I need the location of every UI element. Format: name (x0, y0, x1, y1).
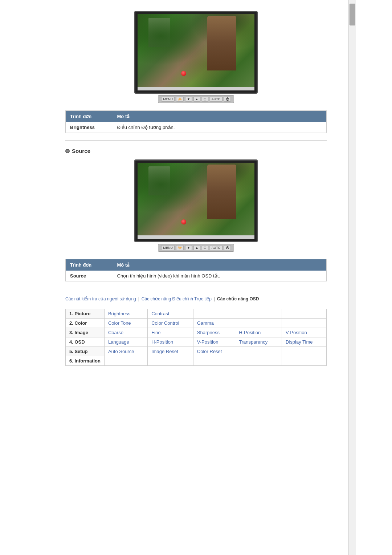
osd-row-4-number: 4. OSD (66, 337, 105, 347)
breadcrumb-link-2[interactable]: Các chức năng Điều chỉnh Trực tiếp (142, 296, 212, 301)
source-button-2[interactable]: ⊡ (202, 245, 208, 250)
balloon-red-2 (181, 219, 186, 224)
osd-row-1-col1[interactable]: Brightness (104, 309, 147, 319)
source-icon (65, 149, 70, 153)
monitor-frame-2 (134, 159, 258, 242)
osd-row-3-number: 3. Image (66, 328, 105, 337)
osd-row-3-col4[interactable]: H-Position (235, 328, 282, 337)
monitor-screen-1 (138, 14, 254, 87)
down-button-2[interactable]: ▼ (185, 245, 192, 250)
monitor-bottom-bar-2 (138, 235, 254, 239)
monitor-frame-1 (134, 11, 258, 94)
osd-link-transparency[interactable]: Transparency (239, 339, 268, 345)
table-row: 2. Color Color Tone Color Control Gamma (66, 319, 327, 328)
osd-row-5-col3[interactable]: Color Reset (193, 347, 235, 356)
power-button-1[interactable]: ⏻ (224, 97, 231, 102)
breadcrumb-item-3: Các chức năng OSD (217, 296, 259, 301)
osd-row-6-col1 (104, 356, 147, 366)
desc-brightness: Điều chỉnh Độ tương phản. (113, 122, 327, 133)
osd-link-gamma[interactable]: Gamma (197, 320, 214, 326)
osd-link-v-position-osd[interactable]: V-Position (197, 339, 219, 345)
osd-link-contrast[interactable]: Contrast (151, 311, 169, 316)
auto-button-1[interactable]: AUTO (210, 97, 222, 102)
osd-row-5-col4 (235, 347, 282, 356)
osd-link-fine[interactable]: Fine (151, 330, 160, 335)
monitor-bottom-bar-1 (138, 87, 254, 90)
brightness-button-2[interactable]: 🔆 (176, 245, 184, 250)
auto-button-2[interactable]: AUTO (210, 245, 222, 250)
breadcrumb-sep-2: | (214, 296, 215, 301)
osd-row-3-col5[interactable]: V-Position (282, 328, 327, 337)
desc-source: Chọn tín hiệu hình (video) khi màn hình … (113, 271, 327, 281)
osd-row-2-col5 (282, 319, 327, 328)
breadcrumb-item-2[interactable]: Các chức năng Điều chỉnh Trực tiếp (142, 296, 212, 301)
osd-row-3-col3[interactable]: Sharpness (193, 328, 235, 337)
osd-row-5-col2[interactable]: Image Reset (148, 347, 193, 356)
breadcrumb-link-1[interactable]: Các nút kiểm tra của người sử dụng (65, 296, 136, 301)
scrollbar-thumb[interactable] (350, 4, 355, 25)
osd-link-image-reset[interactable]: Image Reset (151, 349, 178, 354)
osd-row-3-col1[interactable]: Coarse (104, 328, 147, 337)
menu-item-brightness: Brightness (66, 122, 113, 133)
table-row: 6. Information (66, 356, 327, 366)
table-row: Source Chọn tín hiệu hình (video) khi mà… (66, 271, 327, 281)
osd-link-h-position-osd[interactable]: H-Position (151, 339, 173, 345)
osd-row-6-col2 (148, 356, 193, 366)
osd-link-sharpness[interactable]: Sharpness (197, 330, 220, 335)
osd-link-display-time[interactable]: Display Time (286, 339, 313, 345)
up-button-1[interactable]: ▲ (193, 97, 200, 102)
osd-row-4-col4[interactable]: Transparency (235, 337, 282, 347)
balloon-green-1 (225, 29, 229, 33)
osd-row-2-col3[interactable]: Gamma (193, 319, 235, 328)
osd-row-4-col3[interactable]: V-Position (193, 337, 235, 347)
osd-link-language[interactable]: Language (108, 339, 129, 345)
osd-row-3-col2[interactable]: Fine (148, 328, 193, 337)
power-button-2[interactable]: ⏻ (224, 245, 231, 250)
osd-link-color-tone[interactable]: Color Tone (108, 320, 131, 326)
osd-row-2-col2[interactable]: Color Control (148, 319, 193, 328)
screen-background-1 (138, 14, 254, 87)
monitor-image-2: MENU 🔆 ▼ ▲ ⊡ AUTO ⏻ (65, 159, 327, 252)
table-row: 4. OSD Language H-Position V-Position Tr… (66, 337, 327, 347)
table-row: Brightness Điều chỉnh Độ tương phản. (66, 122, 327, 133)
table-row: 5. Setup Auto Source Image Reset Color R… (66, 347, 327, 356)
menu-button-2[interactable]: MENU (161, 245, 175, 250)
osd-row-1-col3 (193, 309, 235, 319)
osd-row-6-col4 (235, 356, 282, 366)
menu-button-1[interactable]: MENU (161, 97, 175, 102)
osd-link-auto-source[interactable]: Auto Source (108, 349, 134, 354)
breadcrumb-item-1[interactable]: Các nút kiểm tra của người sử dụng (65, 296, 136, 301)
osd-link-coarse[interactable]: Coarse (108, 330, 123, 335)
osd-row-1-number: 1. Picture (66, 309, 105, 319)
osd-link-color-control[interactable]: Color Control (151, 320, 179, 326)
source-button-1[interactable]: ⊡ (202, 97, 208, 102)
osd-link-color-reset[interactable]: Color Reset (197, 349, 222, 354)
col-header-menu-2: Trình đơn (66, 259, 113, 271)
osd-row-2-col1[interactable]: Color Tone (104, 319, 147, 328)
menu-item-source: Source (66, 271, 113, 281)
source-table: Trình đơn Mô tả Source Chọn tín hiệu hìn… (65, 259, 327, 281)
monitor-screen-2 (138, 163, 254, 235)
osd-row-1-col2[interactable]: Contrast (148, 309, 193, 319)
osd-link-brightness[interactable]: Brightness (108, 311, 130, 316)
breadcrumb-sep-1: | (138, 296, 139, 301)
osd-row-2-number: 2. Color (66, 319, 105, 328)
osd-row-5-col1[interactable]: Auto Source (104, 347, 147, 356)
osd-row-4-col1[interactable]: Language (104, 337, 147, 347)
osd-row-5-col5 (282, 347, 327, 356)
osd-row-1-col5 (282, 309, 327, 319)
balloon-green-2 (225, 177, 229, 182)
breadcrumb: Các nút kiểm tra của người sử dụng | Các… (65, 296, 327, 301)
osd-link-h-position-img[interactable]: H-Position (239, 330, 261, 335)
scrollbar[interactable] (348, 0, 356, 555)
osd-row-4-col5[interactable]: Display Time (282, 337, 327, 347)
down-button-1[interactable]: ▼ (185, 97, 192, 102)
up-button-2[interactable]: ▲ (193, 245, 200, 250)
osd-link-v-position-img[interactable]: V-Position (286, 330, 307, 335)
balloon-red-1 (181, 71, 186, 76)
divider-2 (65, 289, 327, 289)
table-row: 3. Image Coarse Fine Sharpness H-Positio… (66, 328, 327, 337)
osd-row-4-col2[interactable]: H-Position (148, 337, 193, 347)
osd-row-2-col4 (235, 319, 282, 328)
brightness-button-1[interactable]: 🔆 (176, 97, 184, 102)
